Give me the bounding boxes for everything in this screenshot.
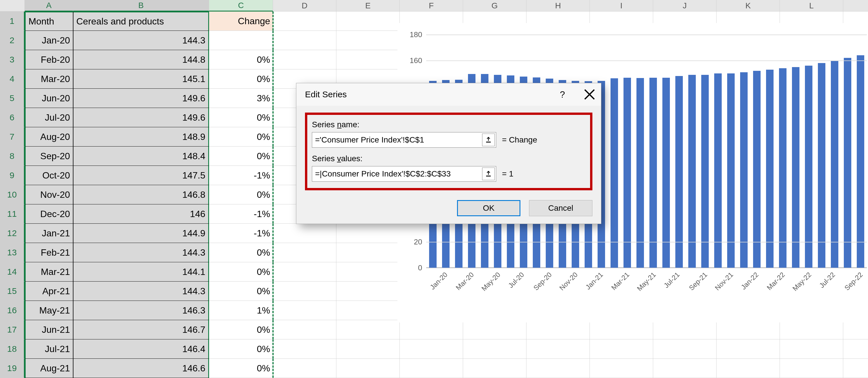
cell-B8[interactable]: 148.4 — [73, 147, 209, 166]
row-header-15[interactable]: 15 — [0, 282, 25, 301]
cell-C12[interactable]: -1% — [209, 224, 273, 243]
cell-C6[interactable]: 0% — [209, 108, 273, 127]
col-header-F[interactable]: F — [400, 0, 463, 11]
cell-F18[interactable] — [400, 339, 463, 359]
cell-L17[interactable] — [780, 320, 843, 339]
row-header-11[interactable]: 11 — [0, 204, 25, 224]
row-header-13[interactable]: 13 — [0, 243, 25, 262]
row-header-17[interactable]: 17 — [0, 320, 25, 339]
cell-I18[interactable] — [590, 339, 653, 359]
cell-L18[interactable] — [780, 339, 843, 359]
cell-C1[interactable]: Change — [209, 11, 273, 31]
chart-bar[interactable] — [753, 71, 761, 268]
cell-M17[interactable] — [843, 320, 868, 339]
cell-B4[interactable]: 145.1 — [73, 69, 209, 89]
cell-C17[interactable]: 0% — [209, 320, 273, 339]
col-header-H[interactable]: H — [526, 0, 590, 11]
col-header-K[interactable]: K — [716, 0, 780, 11]
col-header-C[interactable]: C — [209, 0, 273, 11]
cell-C10[interactable]: 0% — [209, 185, 273, 204]
chart-bar[interactable] — [831, 60, 838, 268]
cell-C15[interactable]: 0% — [209, 282, 273, 301]
cell-B10[interactable]: 146.8 — [73, 185, 209, 204]
cell-C7[interactable]: 0% — [209, 127, 273, 147]
cell-G17[interactable] — [463, 320, 526, 339]
cell-A3[interactable]: Feb-20 — [25, 50, 73, 69]
cell-I17[interactable] — [590, 320, 653, 339]
chart-bar[interactable] — [779, 68, 786, 268]
cell-A5[interactable]: Jun-20 — [25, 89, 73, 108]
cell-B3[interactable]: 144.8 — [73, 50, 209, 69]
cell-A15[interactable]: Apr-21 — [25, 282, 73, 301]
row-header-5[interactable]: 5 — [0, 89, 25, 108]
series-values-input[interactable]: =|Consumer Price Index'!$C$2:$C$33 — [312, 166, 496, 182]
cell-B16[interactable]: 146.3 — [73, 301, 209, 320]
chart-bar[interactable] — [792, 67, 800, 268]
cell-D14[interactable] — [273, 262, 336, 282]
chart-bar[interactable] — [727, 73, 735, 268]
cell-H18[interactable] — [526, 339, 590, 359]
col-header-A[interactable]: A — [25, 0, 73, 11]
chart-bar[interactable] — [714, 73, 722, 268]
chart-bar[interactable] — [857, 55, 864, 268]
col-header-D[interactable]: D — [273, 0, 336, 11]
cell-B15[interactable]: 144.3 — [73, 282, 209, 301]
cell-A6[interactable]: Jul-20 — [25, 108, 73, 127]
cell-A10[interactable]: Nov-20 — [25, 185, 73, 204]
cell-B2[interactable]: 144.3 — [73, 31, 209, 50]
cell-H17[interactable] — [526, 320, 590, 339]
col-header-M[interactable]: M — [843, 0, 868, 11]
col-header-I[interactable]: I — [590, 0, 653, 11]
chart-bar[interactable] — [740, 72, 748, 268]
series-name-input[interactable]: ='Consumer Price Index'!$C$1 — [312, 132, 496, 148]
cancel-button[interactable]: Cancel — [529, 200, 592, 216]
cell-B11[interactable]: 146 — [73, 204, 209, 224]
chart-bar[interactable] — [766, 70, 774, 268]
cell-B7[interactable]: 148.9 — [73, 127, 209, 147]
cell-C13[interactable]: 0% — [209, 243, 273, 262]
col-header-B[interactable]: B — [73, 0, 209, 11]
row-header-19[interactable]: 19 — [0, 359, 25, 378]
cell-E15[interactable] — [336, 282, 400, 301]
row-header-12[interactable]: 12 — [0, 224, 25, 243]
chart-bar[interactable] — [649, 78, 657, 268]
cell-D17[interactable] — [273, 320, 336, 339]
cell-A14[interactable]: Mar-21 — [25, 262, 73, 282]
cell-K18[interactable] — [716, 339, 780, 359]
cell-E3[interactable] — [336, 50, 400, 69]
cell-C8[interactable]: 0% — [209, 147, 273, 166]
cell-C18[interactable]: 0% — [209, 339, 273, 359]
row-header-6[interactable]: 6 — [0, 108, 25, 127]
row-header-10[interactable]: 10 — [0, 185, 25, 204]
cell-E16[interactable] — [336, 301, 400, 320]
cell-D3[interactable] — [273, 50, 336, 69]
cell-B19[interactable]: 146.6 — [73, 359, 209, 378]
chart-bar[interactable] — [701, 75, 709, 268]
cell-A11[interactable]: Dec-20 — [25, 204, 73, 224]
cell-B17[interactable]: 146.7 — [73, 320, 209, 339]
cell-K19[interactable] — [716, 359, 780, 378]
cell-E19[interactable] — [336, 359, 400, 378]
cell-A1[interactable]: Month — [25, 11, 73, 31]
chart-bar[interactable] — [844, 58, 851, 268]
row-header-9[interactable]: 9 — [0, 166, 25, 185]
help-icon[interactable]: ? — [556, 88, 569, 101]
col-header-L[interactable]: L — [780, 0, 843, 11]
collapse-dialog-icon[interactable] — [482, 134, 495, 146]
dialog-titlebar[interactable]: Edit Series ? — [296, 83, 601, 106]
chart-bar[interactable] — [611, 78, 618, 268]
col-header-E[interactable]: E — [336, 0, 400, 11]
cell-F17[interactable] — [400, 320, 463, 339]
cell-C11[interactable]: -1% — [209, 204, 273, 224]
cell-M19[interactable] — [843, 359, 868, 378]
col-header-J[interactable]: J — [653, 0, 716, 11]
select-all-corner[interactable] — [0, 0, 25, 11]
cell-B9[interactable]: 147.5 — [73, 166, 209, 185]
cell-M18[interactable] — [843, 339, 868, 359]
chart-bar[interactable] — [662, 78, 670, 268]
cell-E17[interactable] — [336, 320, 400, 339]
row-header-4[interactable]: 4 — [0, 69, 25, 89]
chart-bar[interactable] — [818, 63, 826, 268]
cell-E13[interactable] — [336, 243, 400, 262]
cell-J19[interactable] — [653, 359, 716, 378]
